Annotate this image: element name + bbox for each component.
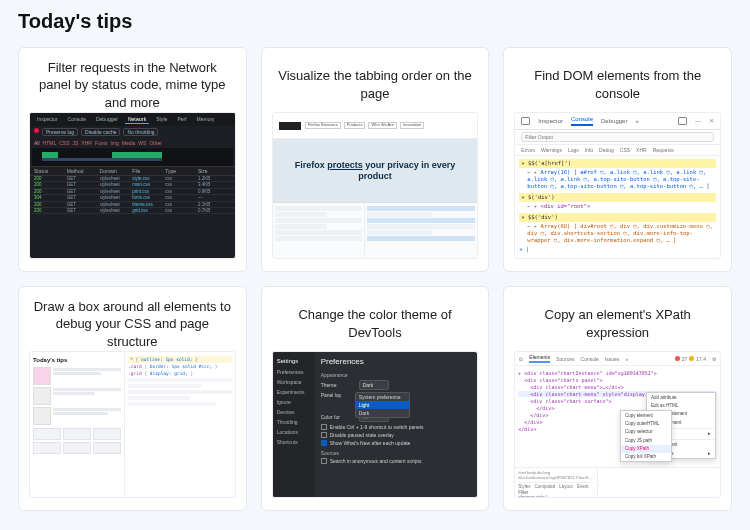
tip-title: Find DOM elements from the console: [514, 58, 721, 112]
page-title: Today's tips: [18, 10, 732, 33]
tip-thumbnail: InspectorConsoleDebuggerNetworkStylePerf…: [29, 112, 236, 259]
tip-card-copy-xpath[interactable]: Copy an element's XPath expression ⧉ Ele…: [503, 286, 732, 511]
tip-title: Change the color theme of DevTools: [272, 297, 479, 351]
tips-grid: Filter requests in the Network panel by …: [18, 47, 732, 511]
split-icon: [678, 117, 687, 125]
tip-title: Copy an element's XPath expression: [514, 297, 721, 351]
theme-dropdown: System preference Light Dark: [355, 392, 410, 418]
tip-title: Filter requests in the Network panel by …: [29, 58, 236, 112]
filter-input: [521, 132, 714, 142]
tip-title: Visualize the tabbing order on the page: [272, 58, 479, 112]
tip-card-debug-box[interactable]: Draw a box around all elements to debug …: [18, 286, 247, 511]
close-icon: ×: [709, 116, 714, 126]
tip-thumbnail: Inspector Console Debugger » ⋯ × ErrorsW…: [514, 112, 721, 259]
tip-card-network-filter[interactable]: Filter requests in the Network panel by …: [18, 47, 247, 272]
tip-card-color-theme[interactable]: Change the color theme of DevTools Setti…: [261, 286, 490, 511]
tip-title: Draw a box around all elements to debug …: [29, 297, 236, 351]
context-submenu: Copy element Copy outerHTML Copy selecto…: [620, 410, 672, 462]
tip-thumbnail: Today's tips * { outline: 1px solid; } .…: [29, 351, 236, 498]
inspector-picker-icon: [521, 117, 530, 125]
tip-thumbnail: Firefox BrowsersProductsWho We AreInnova…: [272, 112, 479, 259]
tip-thumbnail: ⧉ Elements Sources Console Issues » 2717…: [514, 351, 721, 498]
tip-card-tabbing-order[interactable]: Visualize the tabbing order on the page …: [261, 47, 490, 272]
tip-thumbnail: Settings PreferencesWorkspaceExperiments…: [272, 351, 479, 498]
tip-card-console-dom[interactable]: Find DOM elements from the console Inspe…: [503, 47, 732, 272]
gear-icon: ⚙: [712, 356, 716, 362]
